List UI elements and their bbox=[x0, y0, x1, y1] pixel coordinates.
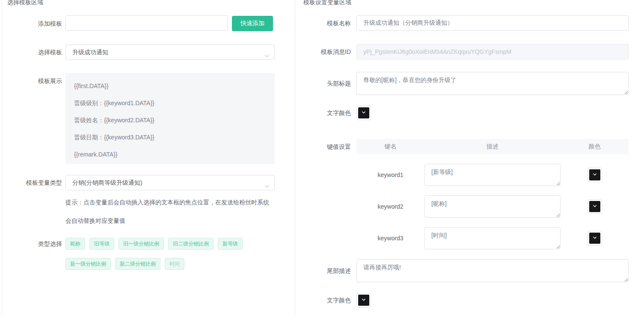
type-tag[interactable]: 时间 bbox=[165, 258, 184, 270]
kv-row-keyword3: keyword3 [时间] bbox=[356, 227, 629, 249]
kv-row-keyword2: keyword2 [昵称] bbox=[356, 195, 629, 218]
footer-color-row: 文字颜色 bbox=[295, 293, 644, 307]
kv-key-name: keyword1 bbox=[356, 171, 424, 178]
template-preview-row: 模板展示 {{first.DATA}} 晋级级别：{{keyword1.DATA… bbox=[2, 73, 295, 164]
footer-desc-row: 尾部描述 请再接再厉哦! bbox=[295, 259, 644, 282]
kv-header-desc: 描述 bbox=[424, 143, 561, 151]
header-title-textarea[interactable]: 尊敬的[昵称]，恭喜您的身份升级了 bbox=[356, 72, 629, 95]
template-config-page: 选择模板区域 添加模板 快速添加 选择模板 升级成功通知 模板展示 {{firs… bbox=[0, 0, 644, 316]
color-swatch bbox=[589, 169, 600, 180]
kv-desc-textarea[interactable]: [时间] bbox=[424, 227, 561, 249]
preview-line: {{remark.DATA}} bbox=[74, 146, 266, 163]
kv-key-name: keyword3 bbox=[356, 235, 424, 242]
chevron-down-icon bbox=[592, 172, 597, 178]
preview-line: 晋级姓名：{{keyword2.DATA}} bbox=[74, 112, 266, 129]
variable-type-row: 模板变量类型 分销(分销商等级升级通知) 提示：点击变量后会自动插入选择的文本框… bbox=[2, 175, 295, 230]
type-tag[interactable]: 新二级分销比例 bbox=[115, 258, 160, 270]
add-template-controls: 快速添加 bbox=[65, 15, 273, 31]
template-settings-panel: 模板设置变量区域 模板名称 模板消息ID 头部标题 尊敬的[昵称]，恭喜您的身份… bbox=[295, 0, 644, 316]
chevron-down-icon bbox=[592, 204, 597, 210]
template-name-label: 模板名称 bbox=[295, 15, 351, 31]
footer-color-label: 文字颜色 bbox=[295, 293, 351, 307]
kv-table: 键名 描述 颜色 keyword1 [新等级] bbox=[356, 139, 629, 249]
template-id-input bbox=[356, 44, 629, 59]
add-template-input[interactable] bbox=[65, 15, 228, 31]
header-title-row: 头部标题 尊敬的[昵称]，恭喜您的身份升级了 bbox=[295, 72, 644, 95]
type-tag[interactable]: 新等级 bbox=[218, 238, 243, 250]
type-tag[interactable]: 新一级分销比例 bbox=[65, 258, 111, 270]
kv-header-key: 键名 bbox=[356, 143, 424, 151]
footer-desc-textarea[interactable]: 请再接再厉哦! bbox=[356, 259, 629, 282]
template-preview-label: 模板展示 bbox=[2, 73, 62, 89]
kv-header-color: 颜色 bbox=[561, 143, 629, 151]
variable-type-dropdown[interactable]: 分销(分销商等级升级通知) bbox=[65, 175, 275, 190]
template-name-input[interactable] bbox=[356, 15, 629, 31]
type-tag[interactable]: 旧等级 bbox=[89, 238, 114, 250]
preview-line: {{first.DATA}} bbox=[74, 77, 266, 95]
chevron-down-icon bbox=[592, 235, 597, 242]
template-id-label: 模板消息ID bbox=[295, 44, 351, 59]
left-panel-title: 选择模板区域 bbox=[7, 0, 295, 6]
add-template-label: 添加模板 bbox=[2, 16, 62, 31]
variable-type-value: 分销(分销商等级升级通知) bbox=[72, 179, 142, 186]
color-swatch bbox=[589, 233, 600, 244]
footer-desc-label: 尾部描述 bbox=[295, 259, 351, 282]
header-color-picker[interactable] bbox=[356, 106, 371, 120]
variable-type-label: 模板变量类型 bbox=[2, 175, 62, 190]
variable-type-controls: 分销(分销商等级升级通知) 提示：点击变量后会自动插入选择的文本框的焦点位置，在… bbox=[65, 175, 275, 230]
chevron-down-icon bbox=[264, 180, 270, 195]
variable-type-hint: 提示：点击变量后会自动插入选择的文本框的焦点位置，在发送给粉丝时系统会自动替换对… bbox=[65, 193, 275, 230]
kv-settings-row: 键值设置 键名 描述 颜色 keyword1 [新等级] bbox=[295, 139, 644, 249]
kv-table-header: 键名 描述 颜色 bbox=[356, 139, 629, 154]
kv-desc-textarea[interactable]: [新等级] bbox=[424, 164, 561, 186]
color-swatch bbox=[358, 107, 369, 118]
kv-settings-label: 键值设置 bbox=[295, 139, 351, 154]
kv-color-picker[interactable] bbox=[588, 168, 602, 182]
type-select-label: 类型选择 bbox=[2, 238, 62, 250]
add-template-row: 添加模板 快速添加 bbox=[2, 15, 295, 31]
select-template-value: 升级成功通知 bbox=[72, 49, 108, 56]
template-preview-box: {{first.DATA}} 晋级级别：{{keyword1.DATA}} 晋级… bbox=[65, 73, 275, 164]
select-template-row: 选择模板 升级成功通知 bbox=[2, 44, 295, 60]
kv-color-picker[interactable] bbox=[588, 231, 602, 245]
chevron-down-icon bbox=[361, 110, 366, 116]
type-select-row: 类型选择 昵称 旧等级 旧一级分销比例 旧二级分销比例 新等级 新一级分销比例 … bbox=[2, 238, 295, 270]
type-tag[interactable]: 旧一级分销比例 bbox=[119, 238, 164, 250]
color-swatch bbox=[358, 295, 369, 306]
kv-key-name: keyword2 bbox=[356, 203, 424, 210]
preview-line: 晋级级别：{{keyword1.DATA}} bbox=[74, 95, 266, 112]
header-color-label: 文字颜色 bbox=[295, 106, 351, 120]
kv-desc-textarea[interactable]: [昵称] bbox=[424, 195, 561, 218]
chevron-down-icon bbox=[361, 297, 366, 304]
kv-color-picker[interactable] bbox=[588, 199, 602, 214]
kv-row-keyword1: keyword1 [新等级] bbox=[356, 164, 629, 186]
type-tag[interactable]: 旧二级分销比例 bbox=[168, 238, 214, 250]
color-swatch bbox=[589, 201, 600, 212]
template-id-row: 模板消息ID bbox=[295, 44, 644, 59]
preview-line: 晋级日期：{{keyword3.DATA}} bbox=[74, 129, 266, 146]
chevron-down-icon bbox=[264, 50, 270, 64]
select-template-dropdown[interactable]: 升级成功通知 bbox=[65, 44, 275, 60]
select-template-panel: 选择模板区域 添加模板 快速添加 选择模板 升级成功通知 模板展示 {{firs… bbox=[2, 0, 295, 316]
header-color-row: 文字颜色 bbox=[295, 106, 644, 120]
type-tag[interactable]: 昵称 bbox=[65, 238, 85, 250]
type-tag-list: 昵称 旧等级 旧一级分销比例 旧二级分销比例 新等级 新一级分销比例 新二级分销… bbox=[65, 238, 275, 270]
header-title-label: 头部标题 bbox=[295, 72, 351, 95]
select-template-label: 选择模板 bbox=[2, 44, 62, 60]
footer-color-picker[interactable] bbox=[356, 293, 371, 307]
right-panel-title: 模板设置变量区域 bbox=[303, 0, 644, 6]
quick-add-button[interactable]: 快速添加 bbox=[232, 16, 273, 31]
template-name-row: 模板名称 bbox=[295, 15, 644, 31]
